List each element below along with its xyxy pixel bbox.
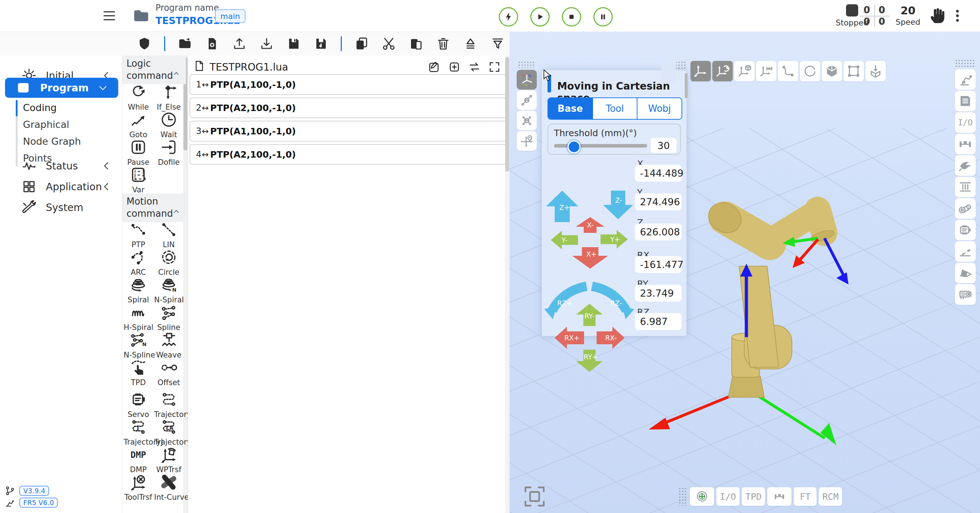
frame-tool-plane-nodes[interactable] (843, 61, 864, 81)
frame-tool-ring[interactable] (800, 61, 820, 81)
palette-item-ptp[interactable]: PTP (124, 221, 153, 249)
shield-icon[interactable] (137, 36, 152, 51)
trash-icon[interactable] (436, 36, 451, 51)
frame-tool-path-curve[interactable] (778, 61, 798, 81)
jog-z-minus[interactable] (603, 191, 633, 219)
sidebar-subitem-node-graph[interactable]: Node Graph (23, 136, 81, 147)
palette-item-dmp[interactable]: DMPDMP (124, 446, 153, 474)
palette-section-header[interactable]: Logiccommand (122, 56, 186, 84)
threshold-slider[interactable] (554, 144, 647, 148)
sidebar-item-system[interactable]: System (0, 197, 122, 218)
play-button[interactable] (530, 7, 550, 27)
hamburger-menu-icon[interactable] (102, 8, 117, 24)
more-menu-icon[interactable] (950, 6, 965, 25)
pencil-square-icon[interactable] (428, 60, 441, 73)
view-tool-multi-axis-move[interactable]: M (517, 111, 537, 130)
palette-item-wptrsf[interactable]: WPTrsf (154, 446, 183, 474)
tab-tool[interactable]: Tool (593, 98, 638, 119)
program-folder-icon[interactable] (131, 6, 151, 25)
palette-item-int-curve[interactable]: Int-Curve (154, 473, 183, 502)
peripheral-tool-servo-motor[interactable] (955, 219, 976, 240)
sidebar-subitem-graphical[interactable]: Graphical (23, 119, 69, 130)
bottom-tool-target-green[interactable] (690, 487, 714, 506)
program-line-2[interactable]: 2↔PTP(A2,100,-1,0) (189, 97, 506, 118)
palette-item-var[interactable]: i = 1j = 2k = 3Var (124, 166, 153, 194)
viewport-3d[interactable]: MM I/O I/OTPDFTRCM Moving in Cartesian s… (509, 32, 980, 513)
pose-value-x[interactable]: -144.489 (635, 165, 681, 182)
editor-scrollbar[interactable] (505, 56, 509, 513)
palette-item-while[interactable]: While (124, 83, 153, 111)
pose-value-rz[interactable]: 6.987 (635, 313, 681, 330)
peripheral-tool-log-doc[interactable] (955, 91, 976, 111)
program-line-3[interactable]: 3↔PTP(A1,100,-1,0) (189, 121, 506, 141)
peripheral-tool-gripper[interactable] (955, 133, 976, 154)
bottom-tool-gripper[interactable] (767, 487, 792, 506)
sidebar-item-application[interactable]: Application (0, 176, 122, 197)
copy-icon[interactable] (354, 36, 369, 51)
frame-tool-cube[interactable] (822, 61, 842, 81)
bottom-tool-rcm[interactable]: RCM (819, 487, 842, 506)
bottom-tool-ft[interactable]: FT (794, 487, 817, 506)
left-tools-drag-handle[interactable] (518, 61, 535, 68)
palette-item-spline[interactable]: Spline (154, 304, 183, 332)
view-tool-single-axis-move[interactable]: M (517, 90, 537, 110)
funnel-icon[interactable] (490, 36, 505, 51)
quick-run-button[interactable] (499, 7, 518, 27)
palette-item-circle[interactable]: Circle (154, 249, 183, 276)
frame-tool-frame-measure[interactable] (756, 61, 776, 81)
palette-item-arc[interactable]: ARC (124, 249, 153, 276)
palette-item-goto[interactable]: Goto (124, 111, 153, 139)
expand-icon[interactable] (488, 60, 501, 73)
sidebar-item-program[interactable]: Program (5, 78, 118, 98)
version-badge[interactable]: V3.9.4 (19, 486, 49, 496)
save-as-icon[interactable] (313, 36, 329, 51)
palette-item-weave[interactable]: Weave (154, 331, 183, 359)
peripheral-tool-gpu-card[interactable] (955, 284, 976, 305)
version-badge[interactable]: FR5 V6.0 (19, 497, 58, 508)
peripheral-tool-robot[interactable] (955, 69, 976, 90)
main-branch-badge[interactable]: main (215, 9, 245, 23)
speed-display[interactable]: 20 Speed (894, 4, 922, 27)
sidebar-subitem-points[interactable]: Points (23, 152, 52, 164)
palette-section-header[interactable]: Motioncommand (122, 194, 186, 222)
jog-rotate-pad[interactable]: RZ+ RZ- RY- RX+ RX- RY+ (544, 280, 635, 375)
tab-wobj[interactable]: Wobj (638, 98, 681, 119)
peripheral-tool-welder[interactable] (955, 241, 976, 262)
status-counters[interactable]: 0000 (859, 4, 889, 27)
pose-value-z[interactable]: 626.008 (635, 224, 681, 240)
peripheral-tool-tool-claw[interactable] (955, 155, 976, 176)
plus-square-icon[interactable] (448, 60, 461, 73)
palette-item-if_else[interactable]: If_Else (154, 83, 183, 111)
right-tools-drag-handle[interactable] (955, 59, 976, 67)
eject-icon[interactable] (463, 36, 478, 51)
program-line-1[interactable]: 1↔PTP(A1,100,-1,0) (189, 74, 506, 95)
stop-button[interactable] (562, 7, 581, 27)
peripheral-tool-lift[interactable] (955, 176, 976, 197)
jog-translate-pad[interactable]: Z+ Z- X- Y- Y+ X+ (544, 189, 635, 272)
program-line-4[interactable]: 4↔PTP(A2,100,-1,0) (189, 144, 506, 165)
folder-open-icon[interactable] (177, 36, 192, 51)
frame-tool-frame-base[interactable] (690, 61, 711, 81)
drag-teach-icon[interactable] (928, 5, 947, 25)
bottom-tool-tpd[interactable]: TPD (742, 487, 765, 506)
palette-item-n-spline[interactable]: NN-Spline (124, 331, 153, 359)
palette-item-lin[interactable]: LIN (154, 221, 183, 249)
peripheral-tool-io-panel[interactable]: I/O (955, 112, 976, 133)
bottom-tool-io[interactable]: I/O (716, 487, 740, 506)
palette-item-n-spiral[interactable]: NN-Spiral (154, 276, 183, 304)
palette-item-tpd[interactable]: TPD (124, 359, 153, 387)
sidebar-subitem-coding[interactable]: Coding (23, 102, 57, 113)
peripheral-tool-conveyor[interactable] (955, 198, 976, 219)
peripheral-tool-laptop[interactable] (955, 263, 976, 283)
upload-icon[interactable] (232, 36, 247, 51)
sidebar-item-status[interactable]: Status (0, 156, 122, 176)
paste-icon[interactable] (409, 36, 423, 51)
save-icon[interactable] (286, 36, 301, 51)
view-tool-cart-jog[interactable] (517, 70, 537, 90)
palette-item-pause[interactable]: Pause (124, 139, 153, 167)
palette-item-trajectoryj[interactable]: JTrajectoryJ (124, 418, 153, 446)
download-icon[interactable] (259, 36, 274, 51)
viewport-fullscreen-icon[interactable] (520, 484, 549, 509)
pose-value-y[interactable]: 274.496 (635, 194, 681, 210)
palette-item-dofile[interactable]: Dofile (154, 139, 183, 167)
